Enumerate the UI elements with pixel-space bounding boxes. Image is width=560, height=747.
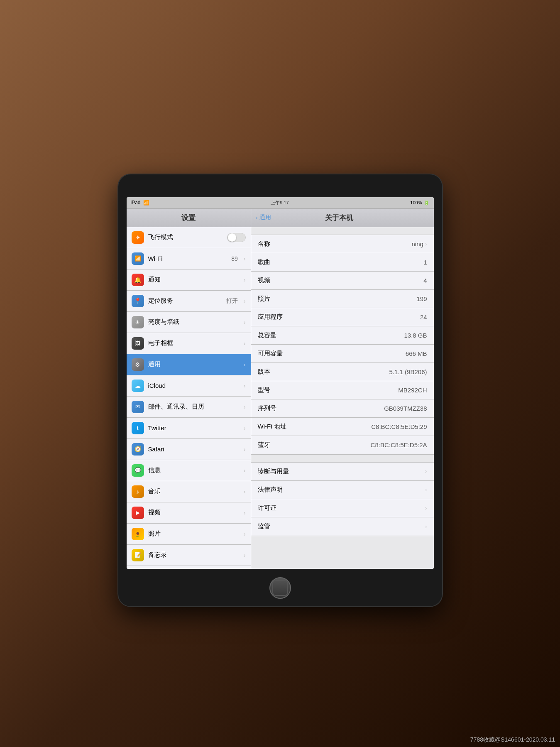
name-value-group: ning ›: [411, 240, 427, 247]
songs-label: 歌曲: [258, 258, 424, 266]
general-chevron: ›: [244, 361, 246, 368]
twitter-icon: t: [132, 422, 144, 434]
twitter-label: Twitter: [148, 424, 240, 431]
brightness-chevron: ›: [244, 319, 246, 326]
sidebar-item-messages[interactable]: 💬 信息 ›: [127, 460, 251, 481]
photos-count-label: 照片: [258, 295, 417, 303]
icloud-icon: ☁: [132, 380, 144, 392]
license-chevron: ›: [425, 505, 427, 511]
airplane-toggle[interactable]: [227, 233, 246, 242]
sidebar-item-photos[interactable]: 🌻 照片 ›: [127, 524, 251, 545]
wifi-chevron: ›: [244, 255, 246, 262]
detail-row-available: 可用容量 666 MB: [251, 345, 434, 363]
status-time: 上午9:17: [271, 200, 289, 206]
back-chevron: ‹: [256, 214, 258, 221]
detail-row-license[interactable]: 许可证 ›: [251, 499, 434, 517]
songs-value: 1: [423, 259, 427, 266]
detail-row-name[interactable]: 名称 ning ›: [251, 235, 434, 253]
photoframe-chevron: ›: [244, 340, 246, 347]
wifi-icon: 📶: [132, 252, 144, 265]
capacity-value: 13.8 GB: [404, 332, 427, 339]
detail-panel: ‹ 通用 关于本机 名称 ning ›: [251, 209, 434, 569]
sidebar-item-notifications[interactable]: 🔔 通知 ›: [127, 269, 251, 291]
available-label: 可用容量: [258, 350, 406, 358]
diagnostics-chevron: ›: [425, 468, 427, 475]
detail-title: 关于本机: [274, 213, 403, 223]
back-button[interactable]: ‹ 通用: [256, 214, 271, 221]
video-chevron: ›: [244, 509, 246, 516]
detail-row-diagnostics[interactable]: 诊断与用量 ›: [251, 463, 434, 481]
location-label: 定位服务: [148, 297, 222, 305]
twitter-chevron: ›: [244, 425, 246, 431]
detail-row-wifi-addr: Wi-Fi 地址 C8:BC:C8:5E:D5:29: [251, 418, 434, 436]
sidebar-item-store[interactable]: 🛒 Store ›: [127, 566, 251, 569]
sidebar-item-airplane[interactable]: ✈ 飞行模式: [127, 227, 251, 248]
legal-label: 法律声明: [258, 486, 425, 494]
wifi-addr-label: Wi-Fi 地址: [258, 423, 372, 431]
brightness-label: 亮度与墙纸: [148, 318, 240, 326]
sidebar-item-general[interactable]: ⚙ 通用 ›: [127, 354, 251, 375]
sidebar-item-brightness[interactable]: ☀ 亮度与墙纸 ›: [127, 312, 251, 333]
settings-sidebar: 设置 ✈ 飞行模式 📶 Wi-Fi 89 ›: [127, 209, 251, 569]
device-label: iPad: [131, 200, 141, 206]
wifi-icon: 📶: [143, 200, 149, 206]
detail-row-legal[interactable]: 法律声明 ›: [251, 481, 434, 499]
photos-count-value: 199: [416, 295, 427, 302]
detail-row-photos: 照片 199: [251, 290, 434, 308]
sidebar-item-notes[interactable]: 📝 备忘录 ›: [127, 545, 251, 566]
photos-chevron: ›: [244, 531, 246, 537]
brightness-icon: ☀: [132, 316, 144, 328]
notification-icon: 🔔: [132, 274, 144, 286]
sidebar-item-video[interactable]: ▶ 视频 ›: [127, 502, 251, 524]
airplane-icon: ✈: [132, 231, 144, 244]
sidebar-item-wifi[interactable]: 📶 Wi-Fi 89 ›: [127, 248, 251, 269]
ipad-screen: iPad 📶 上午9:17 100% 🔋 设置 ✈ 飞行模式: [127, 197, 434, 569]
photoframe-icon: 🖼: [132, 337, 144, 350]
wifi-value: 89: [231, 255, 238, 262]
detail-row-version: 版本 5.1.1 (9B206): [251, 363, 434, 381]
general-label: 通用: [148, 360, 240, 368]
home-button[interactable]: [269, 577, 291, 599]
supervision-label: 监管: [258, 522, 425, 530]
home-button-inner: [272, 580, 288, 596]
wifi-addr-value: C8:BC:C8:5E:D5:29: [371, 423, 427, 430]
detail-row-capacity: 总容量 13.8 GB: [251, 326, 434, 345]
main-content: 设置 ✈ 飞行模式 📶 Wi-Fi 89 ›: [127, 209, 434, 569]
sidebar-item-mail[interactable]: ✉ 邮件、通讯录、日历 ›: [127, 397, 251, 418]
battery-percent: 100%: [410, 200, 422, 205]
sidebar-item-safari[interactable]: 🧭 Safari ›: [127, 439, 251, 460]
location-chevron: ›: [244, 298, 246, 304]
music-chevron: ›: [244, 488, 246, 495]
video-label: 视频: [148, 509, 240, 517]
status-left: iPad 📶: [131, 200, 149, 206]
notes-icon: 📝: [132, 549, 144, 561]
messages-label: 信息: [148, 466, 240, 474]
bluetooth-value: C8:BC:C8:5E:D5:2A: [371, 441, 427, 448]
supervision-chevron: ›: [425, 523, 427, 530]
sidebar-item-photoframe[interactable]: 🖼 电子相框 ›: [127, 333, 251, 354]
battery-icon: 🔋: [424, 200, 430, 206]
notification-chevron: ›: [244, 277, 246, 283]
detail-row-apps: 应用程序 24: [251, 308, 434, 326]
detail-row-songs: 歌曲 1: [251, 253, 434, 272]
model-label: 型号: [258, 386, 399, 394]
sidebar-item-icloud[interactable]: ☁ iCloud ›: [127, 375, 251, 397]
name-value: ning: [411, 240, 423, 247]
sidebar-item-music[interactable]: ♪ 音乐 ›: [127, 481, 251, 502]
detail-row-videos: 视频 4: [251, 272, 434, 290]
sidebar-item-twitter[interactable]: t Twitter ›: [127, 418, 251, 439]
detail-row-supervision[interactable]: 监管 ›: [251, 517, 434, 536]
detail-action-section: 诊断与用量 › 法律声明 › 许可证 › 监管 ›: [251, 462, 434, 536]
photos-icon: 🌻: [132, 528, 144, 540]
airplane-label: 飞行模式: [148, 233, 223, 241]
safari-chevron: ›: [244, 446, 246, 453]
photos-label: 照片: [148, 530, 240, 538]
model-value: MB292CH: [398, 387, 427, 394]
messages-chevron: ›: [244, 467, 246, 474]
messages-icon: 💬: [132, 464, 144, 477]
sidebar-item-location[interactable]: 📍 定位服务 打开 ›: [127, 291, 251, 312]
status-right: 100% 🔋: [410, 200, 429, 206]
location-icon: 📍: [132, 295, 144, 307]
notification-label: 通知: [148, 276, 240, 284]
notes-chevron: ›: [244, 552, 246, 558]
